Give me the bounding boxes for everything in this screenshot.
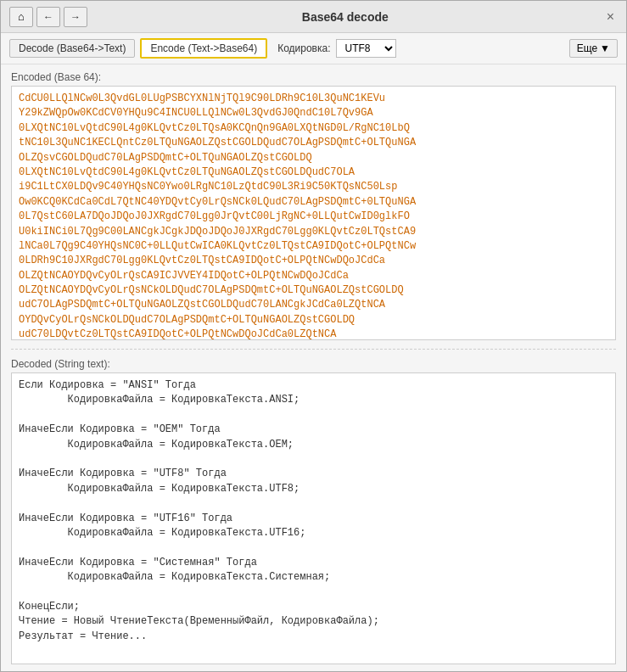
home-button[interactable]: ⌂: [9, 7, 33, 27]
encoded-section: Encoded (Base 64): CdCU0LLQlNCw0L3QvdGL0…: [11, 71, 616, 340]
title-bar: ⌂ ← → Base64 decode ×: [1, 1, 626, 33]
encoded-label: Encoded (Base 64):: [11, 71, 616, 83]
decoded-section: Decoded (String text): Если Кодировка = …: [11, 358, 616, 664]
close-button[interactable]: ×: [603, 9, 618, 25]
more-button-label: Еще: [577, 42, 597, 54]
encoding-label: Кодировка:: [277, 42, 330, 54]
back-button[interactable]: ←: [36, 7, 60, 27]
encoding-select[interactable]: UTF8 ANSI OEM UTF16: [336, 39, 396, 58]
back-icon: ←: [43, 11, 53, 23]
main-window: ⌂ ← → Base64 decode × Decode (Base64->Te…: [0, 0, 627, 672]
forward-button[interactable]: →: [64, 7, 87, 27]
decoded-content: Если Кодировка = "ANSI" Тогда КодировкаФ…: [12, 373, 615, 649]
encoded-content: CdCU0LLQlNCw0L3QvdGL0LUgPSBCYXNlNjTQl9C9…: [12, 87, 615, 340]
decoded-label: Decoded (String text):: [11, 358, 616, 370]
window-title: Base64 decode: [87, 10, 603, 24]
decode-button[interactable]: Decode (Base64->Text): [9, 39, 135, 58]
encoded-text-area[interactable]: CdCU0LLQlNCw0L3QvdGL0LUgPSBCYXNlNjTQl9C9…: [11, 86, 616, 340]
more-dropdown-icon: ▼: [600, 42, 610, 54]
main-content: Encoded (Base 64): CdCU0LLQlNCw0L3QvdGL0…: [1, 64, 626, 671]
more-button[interactable]: Еще ▼: [569, 39, 618, 58]
section-divider: [11, 349, 616, 350]
encode-button[interactable]: Encode (Text->Base64): [140, 38, 267, 59]
home-icon: ⌂: [18, 10, 25, 23]
nav-controls: ⌂ ← →: [9, 7, 87, 27]
toolbar: Decode (Base64->Text) Encode (Text->Base…: [1, 33, 626, 64]
forward-icon: →: [70, 11, 81, 23]
decoded-text-area[interactable]: Если Кодировка = "ANSI" Тогда КодировкаФ…: [11, 372, 616, 664]
